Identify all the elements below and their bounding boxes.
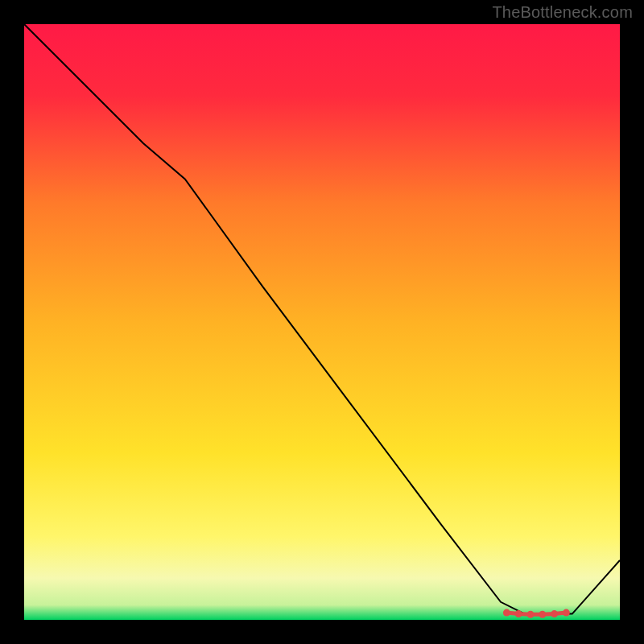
optimum-marker bbox=[503, 609, 510, 617]
optimum-marker bbox=[539, 611, 546, 618]
optimum-marker bbox=[527, 611, 535, 618]
watermark-label: TheBottleneck.com bbox=[492, 3, 633, 22]
chart-frame: TheBottleneck.com bbox=[0, 0, 644, 644]
optimum-marker bbox=[515, 610, 522, 617]
optimum-marker bbox=[551, 610, 558, 617]
plot-svg bbox=[24, 24, 620, 620]
optimum-marker bbox=[563, 609, 570, 617]
bottleneck-plot bbox=[24, 24, 620, 620]
